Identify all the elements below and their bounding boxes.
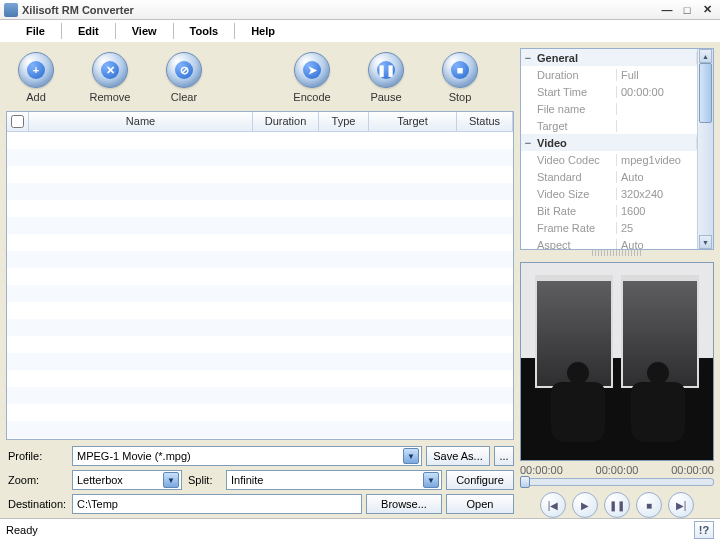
scroll-down-icon[interactable]: ▼ — [699, 235, 712, 249]
plus-icon: + — [27, 61, 45, 79]
prop-codec[interactable]: Video Codec — [535, 154, 617, 166]
next-button[interactable]: ▶| — [668, 492, 694, 518]
more-button[interactable]: ... — [494, 446, 514, 466]
menu-view[interactable]: View — [118, 23, 171, 39]
properties-panel: −General DurationFull Start Time00:00:00… — [520, 48, 714, 250]
menu-file[interactable]: File — [12, 23, 59, 39]
window-title: Xilisoft RM Converter — [22, 4, 656, 16]
stop-button[interactable]: ■Stop — [432, 52, 488, 103]
remove-button[interactable]: ✕Remove — [82, 52, 138, 103]
collapse-icon[interactable]: − — [521, 137, 535, 149]
prop-aspect[interactable]: Aspect — [535, 239, 617, 250]
chevron-down-icon: ▼ — [423, 472, 439, 488]
prop-filename[interactable]: File name — [535, 103, 617, 115]
col-status[interactable]: Status — [457, 112, 513, 131]
col-name[interactable]: Name — [29, 112, 253, 131]
player-pause-button[interactable]: ❚❚ — [604, 492, 630, 518]
table-body[interactable] — [7, 132, 513, 439]
profile-combo[interactable]: MPEG-1 Movie (*.mpg)▼ — [72, 446, 422, 466]
prop-target[interactable]: Target — [535, 120, 617, 132]
stop-icon: ■ — [451, 61, 469, 79]
prop-framerate[interactable]: Frame Rate — [535, 222, 617, 234]
x-icon: ✕ — [101, 61, 119, 79]
prev-button[interactable]: |◀ — [540, 492, 566, 518]
prop-standard[interactable]: Standard — [535, 171, 617, 183]
close-button[interactable]: ✕ — [698, 2, 716, 18]
player-stop-button[interactable]: ■ — [636, 492, 662, 518]
browse-button[interactable]: Browse... — [366, 494, 442, 514]
zoom-label: Zoom: — [6, 474, 68, 486]
prop-starttime[interactable]: Start Time — [535, 86, 617, 98]
dest-input[interactable] — [72, 494, 362, 514]
open-button[interactable]: Open — [446, 494, 514, 514]
statusbar: Ready !? — [0, 518, 720, 540]
profile-label: Profile: — [6, 450, 68, 462]
menu-tools[interactable]: Tools — [176, 23, 233, 39]
saveas-button[interactable]: Save As... — [426, 446, 490, 466]
scroll-thumb[interactable] — [699, 63, 712, 123]
col-duration[interactable]: Duration — [253, 112, 319, 131]
menu-help[interactable]: Help — [237, 23, 289, 39]
chevron-down-icon: ▼ — [403, 448, 419, 464]
minimize-button[interactable]: — — [658, 2, 676, 18]
properties-scrollbar[interactable]: ▲ ▼ — [697, 49, 713, 249]
prop-size[interactable]: Video Size — [535, 188, 617, 200]
file-table: Name Duration Type Target Status — [6, 111, 514, 440]
app-icon — [4, 3, 18, 17]
zoom-combo[interactable]: Letterbox▼ — [72, 470, 182, 490]
seek-knob[interactable] — [520, 476, 530, 488]
prop-duration[interactable]: Duration — [535, 69, 617, 81]
play-button[interactable]: ▶ — [572, 492, 598, 518]
seek-slider[interactable] — [520, 478, 714, 486]
prop-bitrate[interactable]: Bit Rate — [535, 205, 617, 217]
encode-icon: ➤ — [303, 61, 321, 79]
menu-edit[interactable]: Edit — [64, 23, 113, 39]
clear-button[interactable]: ⊘Clear — [156, 52, 212, 103]
preview-pane — [520, 262, 714, 461]
collapse-icon[interactable]: − — [521, 52, 535, 64]
scroll-up-icon[interactable]: ▲ — [699, 49, 712, 63]
splitter-grip[interactable] — [592, 250, 642, 256]
dest-label: Destination: — [6, 498, 68, 510]
pause-icon: ❚❚ — [377, 61, 395, 79]
toolbar: +Add ✕Remove ⊘Clear ➤Encode ❚❚Pause ■Sto… — [6, 48, 514, 111]
chevron-down-icon: ▼ — [163, 472, 179, 488]
status-text: Ready — [6, 524, 38, 536]
titlebar: Xilisoft RM Converter — □ ✕ — [0, 0, 720, 20]
split-combo[interactable]: Infinite▼ — [226, 470, 442, 490]
configure-button[interactable]: Configure — [446, 470, 514, 490]
pause-button[interactable]: ❚❚Pause — [358, 52, 414, 103]
help-button[interactable]: !? — [694, 521, 714, 539]
col-type[interactable]: Type — [319, 112, 369, 131]
maximize-button[interactable]: □ — [678, 2, 696, 18]
menubar: File Edit View Tools Help — [0, 20, 720, 42]
add-button[interactable]: +Add — [8, 52, 64, 103]
split-label: Split: — [186, 474, 222, 486]
col-target[interactable]: Target — [369, 112, 457, 131]
time-display: 00:00:0000:00:0000:00:00 — [520, 464, 714, 476]
clear-icon: ⊘ — [175, 61, 193, 79]
select-all-checkbox[interactable] — [11, 115, 24, 128]
encode-button[interactable]: ➤Encode — [284, 52, 340, 103]
